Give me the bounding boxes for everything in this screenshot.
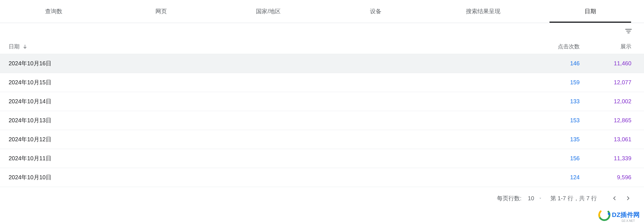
pagination-bar: 每页行数: 10 第 1-7 行，共 7 行 — [0, 187, 644, 209]
filter-icon[interactable] — [623, 25, 634, 37]
tab-devices[interactable]: 设备 — [322, 0, 429, 23]
tab-countries[interactable]: 国家/地区 — [215, 0, 322, 23]
cell-clicks: 159 — [525, 79, 580, 86]
pagination-range-label: 第 1-7 行，共 7 行 — [550, 195, 597, 202]
table-row[interactable]: 2024年10月13日15312,865 — [0, 111, 644, 130]
sort-descending-icon — [22, 44, 28, 49]
tabs-bar: 查询数 网页 国家/地区 设备 搜索结果呈现 日期 — [0, 0, 644, 23]
table-header: 日期 点击次数 展示 — [0, 39, 644, 54]
watermark-circle-icon — [598, 209, 611, 221]
cell-date: 2024年10月14日 — [9, 98, 525, 105]
svg-point-6 — [608, 213, 610, 215]
cell-impressions: 9,596 — [580, 174, 631, 181]
tab-date[interactable]: 日期 — [537, 0, 644, 23]
table-row[interactable]: 2024年10月15日15912,077 — [0, 73, 644, 92]
table-body: 2024年10月16日14611,4602024年10月15日15912,077… — [0, 54, 644, 187]
svg-point-5 — [598, 209, 611, 221]
watermark-subtext: DZ-X.NET — [622, 219, 635, 222]
table-row[interactable]: 2024年10月10日1249,596 — [0, 168, 644, 187]
cell-clicks: 124 — [525, 174, 580, 181]
table-row[interactable]: 2024年10月16日14611,460 — [0, 54, 644, 73]
cell-date: 2024年10月16日 — [9, 60, 525, 67]
rows-per-page: 每页行数: 10 — [497, 195, 542, 202]
column-header-clicks[interactable]: 点击次数 — [525, 43, 580, 50]
cell-date: 2024年10月13日 — [9, 117, 525, 124]
cell-impressions: 12,002 — [580, 98, 631, 105]
filter-bar — [0, 23, 644, 39]
cell-impressions: 12,865 — [580, 117, 631, 124]
cell-impressions: 13,061 — [580, 136, 631, 143]
column-header-date[interactable]: 日期 — [9, 43, 525, 50]
tab-label: 国家/地区 — [256, 7, 281, 15]
tab-search-appearance[interactable]: 搜索结果呈现 — [429, 0, 537, 23]
tab-label: 查询数 — [45, 7, 62, 15]
cell-clicks: 156 — [525, 155, 580, 162]
rows-per-page-select[interactable]: 10 — [528, 195, 542, 202]
column-label: 展示 — [620, 43, 631, 49]
tab-label: 日期 — [585, 7, 596, 15]
cell-date: 2024年10月11日 — [9, 155, 525, 162]
cell-clicks: 135 — [525, 136, 580, 143]
dropdown-caret-icon — [538, 196, 542, 200]
pagination-nav — [611, 195, 631, 201]
cell-clicks: 133 — [525, 98, 580, 105]
tab-queries[interactable]: 查询数 — [0, 0, 107, 23]
cell-clicks: 153 — [525, 117, 580, 124]
watermark-text: DZ插件网 — [612, 211, 640, 219]
cell-date: 2024年10月15日 — [9, 79, 525, 86]
tab-label: 网页 — [155, 7, 167, 15]
column-label: 点击次数 — [558, 43, 580, 49]
column-label: 日期 — [9, 43, 20, 50]
watermark-logo: DZ插件网 DZ-X.NET — [598, 209, 640, 221]
rows-per-page-label: 每页行数: — [497, 195, 522, 202]
column-header-impressions[interactable]: 展示 — [580, 43, 631, 50]
tab-label: 搜索结果呈现 — [466, 7, 500, 15]
tab-pages[interactable]: 网页 — [107, 0, 215, 23]
cell-impressions: 12,077 — [580, 79, 631, 86]
cell-date: 2024年10月12日 — [9, 136, 525, 143]
svg-point-4 — [598, 209, 611, 221]
cell-impressions: 11,460 — [580, 60, 631, 67]
rows-per-page-value: 10 — [528, 195, 534, 202]
table-row[interactable]: 2024年10月12日13513,061 — [0, 130, 644, 149]
prev-page-icon[interactable] — [611, 195, 618, 201]
table-row[interactable]: 2024年10月11日15611,339 — [0, 149, 644, 168]
cell-clicks: 146 — [525, 60, 580, 67]
cell-date: 2024年10月10日 — [9, 174, 525, 181]
cell-impressions: 11,339 — [580, 155, 631, 162]
next-page-icon[interactable] — [625, 195, 631, 201]
table-row[interactable]: 2024年10月14日13312,002 — [0, 92, 644, 111]
tab-label: 设备 — [370, 7, 381, 15]
